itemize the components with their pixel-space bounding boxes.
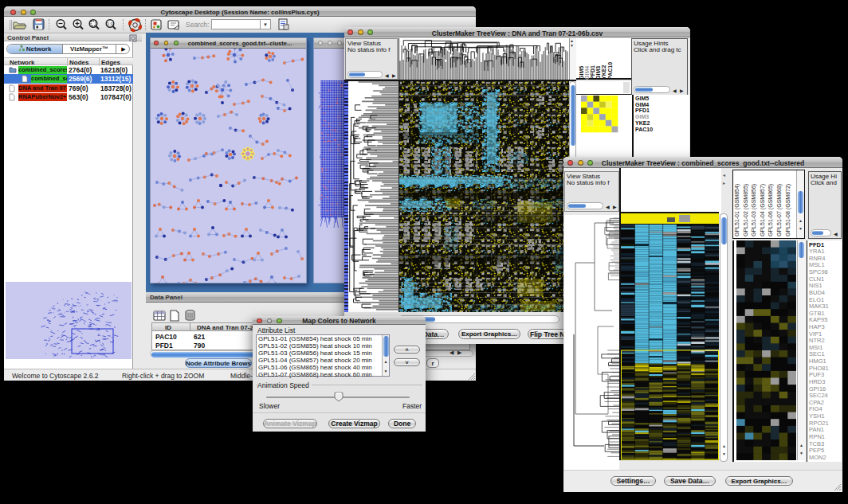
svg-text:1:1: 1:1 — [107, 21, 114, 26]
